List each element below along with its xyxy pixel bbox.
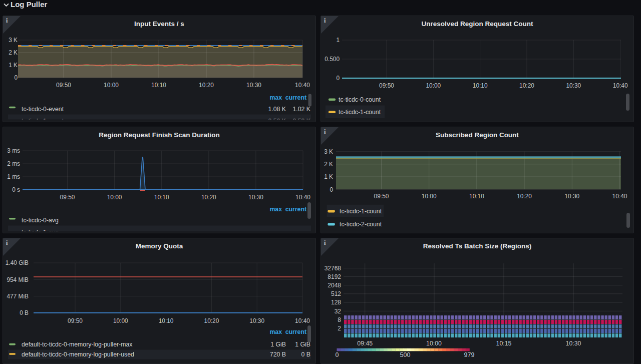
svg-text:32768: 32768 xyxy=(325,265,342,272)
svg-text:2 K: 2 K xyxy=(324,161,333,168)
svg-text:0: 0 xyxy=(336,351,339,358)
svg-text:1.40 GiB: 1.40 GiB xyxy=(6,259,29,266)
svg-text:1 K: 1 K xyxy=(9,62,18,69)
svg-text:8: 8 xyxy=(338,316,341,323)
svg-text:max: max xyxy=(269,94,282,101)
svg-text:1 K: 1 K xyxy=(324,173,333,180)
svg-text:0: 0 xyxy=(336,75,340,82)
svg-text:2.56 K: 2.56 K xyxy=(268,118,286,122)
svg-text:tc-ticdc-1-avg: tc-ticdc-1-avg xyxy=(22,229,59,232)
svg-text:10:30: 10:30 xyxy=(564,193,579,200)
svg-text:10:30: 10:30 xyxy=(566,340,581,347)
svg-text:0 B: 0 B xyxy=(301,351,310,358)
svg-text:32: 32 xyxy=(335,308,342,315)
svg-text:default-tc-ticdc-0-memory-log-: default-tc-ticdc-0-memory-log-puller-max xyxy=(22,341,133,348)
svg-text:tc-ticdc-0-count: tc-ticdc-0-count xyxy=(339,96,381,103)
svg-text:2048: 2048 xyxy=(328,282,341,289)
svg-text:tc-ticdc-0-event: tc-ticdc-0-event xyxy=(22,106,64,113)
svg-text:2 K: 2 K xyxy=(9,49,18,56)
svg-text:0 s: 0 s xyxy=(12,186,20,193)
svg-text:current: current xyxy=(285,94,306,101)
svg-text:10:40: 10:40 xyxy=(612,193,627,200)
svg-text:512: 512 xyxy=(331,290,341,297)
svg-text:10:30: 10:30 xyxy=(249,317,264,324)
svg-text:0.500: 0.500 xyxy=(325,56,340,63)
svg-text:10:40: 10:40 xyxy=(295,194,310,201)
svg-text:10:30: 10:30 xyxy=(248,194,263,201)
svg-text:500: 500 xyxy=(400,351,411,358)
svg-text:10:00: 10:00 xyxy=(426,340,442,347)
svg-text:10:00: 10:00 xyxy=(422,193,437,200)
svg-text:979: 979 xyxy=(464,351,475,358)
svg-text:3 K: 3 K xyxy=(324,148,333,155)
svg-text:10:40: 10:40 xyxy=(613,82,628,89)
svg-text:09:50: 09:50 xyxy=(56,82,71,89)
svg-text:10:30: 10:30 xyxy=(566,82,581,89)
svg-text:0: 0 xyxy=(330,186,333,193)
svg-text:09:50: 09:50 xyxy=(60,194,75,201)
svg-text:10:00: 10:00 xyxy=(104,82,119,89)
svg-text:1.08 K: 1.08 K xyxy=(268,106,286,113)
svg-text:default-tc-ticdc-0-memory-log-: default-tc-ticdc-0-memory-log-puller-use… xyxy=(22,351,134,358)
svg-text:2: 2 xyxy=(338,325,341,332)
svg-text:2.53 K: 2.53 K xyxy=(292,118,310,122)
svg-text:10:20: 10:20 xyxy=(517,193,532,200)
svg-text:10:10: 10:10 xyxy=(469,193,484,200)
svg-text:10:20: 10:20 xyxy=(201,194,216,201)
svg-text:10:10: 10:10 xyxy=(159,317,174,324)
svg-text:tc-ticdc-0-avg: tc-ticdc-0-avg xyxy=(22,217,59,224)
svg-text:10:10: 10:10 xyxy=(154,194,169,201)
svg-text:max: max xyxy=(269,206,282,213)
svg-text:10:20: 10:20 xyxy=(199,82,214,89)
svg-text:3 K: 3 K xyxy=(9,37,18,44)
svg-text:current: current xyxy=(285,328,306,335)
svg-text:tc-ticdc-1-event: tc-ticdc-1-event xyxy=(22,118,64,122)
svg-text:128: 128 xyxy=(331,299,341,306)
svg-text:8192: 8192 xyxy=(328,273,341,280)
svg-text:10:15: 10:15 xyxy=(496,340,512,347)
svg-text:10:40: 10:40 xyxy=(295,317,310,324)
svg-text:1: 1 xyxy=(336,37,340,44)
svg-text:10:10: 10:10 xyxy=(473,82,488,89)
svg-text:3 ms: 3 ms xyxy=(7,147,20,154)
svg-text:720 B: 720 B xyxy=(270,351,286,358)
svg-text:09:50: 09:50 xyxy=(374,193,389,200)
svg-text:0: 0 xyxy=(14,74,18,81)
svg-text:max: max xyxy=(269,328,282,335)
svg-text:1.02 K: 1.02 K xyxy=(292,106,310,113)
svg-text:10:40: 10:40 xyxy=(295,82,310,89)
svg-text:tc-ticdc-1-count: tc-ticdc-1-count xyxy=(340,208,382,215)
svg-text:tc-ticdc-2-count: tc-ticdc-2-count xyxy=(340,221,382,228)
svg-text:09:45: 09:45 xyxy=(357,340,373,347)
svg-text:10:30: 10:30 xyxy=(246,82,261,89)
svg-text:1 GiB: 1 GiB xyxy=(270,341,286,348)
svg-text:10:00: 10:00 xyxy=(426,82,441,89)
svg-text:2 ms: 2 ms xyxy=(7,160,20,167)
svg-text:10:00: 10:00 xyxy=(107,194,122,201)
svg-text:10:10: 10:10 xyxy=(151,82,166,89)
svg-text:10:00: 10:00 xyxy=(113,317,128,324)
svg-text:tc-ticdc-1-count: tc-ticdc-1-count xyxy=(339,109,381,116)
svg-text:09:50: 09:50 xyxy=(379,82,394,89)
svg-text:477 MiB: 477 MiB xyxy=(7,293,29,300)
svg-text:10:20: 10:20 xyxy=(519,82,534,89)
svg-text:1 ms: 1 ms xyxy=(7,173,20,180)
svg-text:954 MiB: 954 MiB xyxy=(7,276,29,283)
svg-text:10:20: 10:20 xyxy=(204,317,219,324)
svg-text:0 B: 0 B xyxy=(20,309,29,316)
svg-text:current: current xyxy=(285,206,306,213)
svg-text:09:50: 09:50 xyxy=(68,317,83,324)
